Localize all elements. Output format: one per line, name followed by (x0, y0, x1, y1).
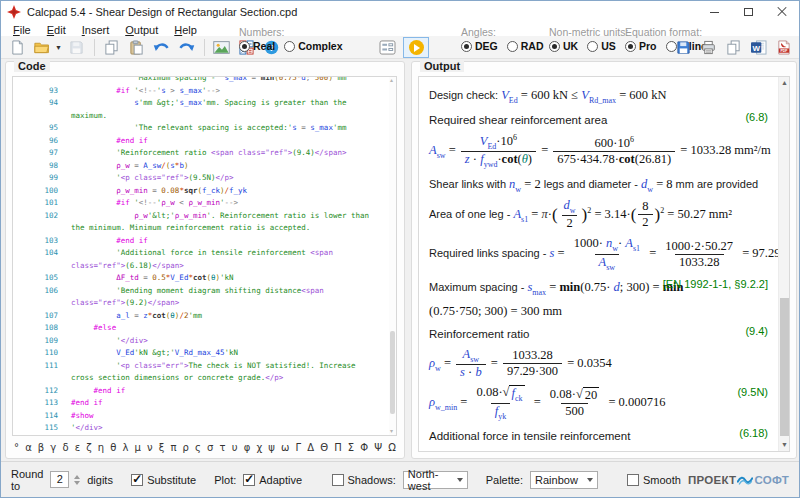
symbol-ω[interactable]: ω (281, 442, 289, 453)
radio-pro[interactable]: Pro (625, 40, 657, 52)
radio-rad[interactable]: RAD (507, 40, 544, 52)
save-output-icon[interactable] (673, 38, 693, 56)
undo-icon[interactable] (152, 38, 172, 56)
symbol-Θ[interactable]: Θ (320, 442, 328, 453)
symbol-ψ[interactable]: ψ (268, 442, 275, 453)
output-scrollbar-thumb[interactable] (780, 298, 789, 436)
line-number (13, 110, 71, 123)
symbol-γ[interactable]: γ (50, 442, 56, 453)
symbol-ς[interactable]: ς (195, 442, 201, 453)
step-up-icon[interactable] (74, 475, 80, 479)
input-form-icon[interactable] (377, 39, 397, 57)
code-scrollbar[interactable]: ▴ ▾ (389, 77, 396, 435)
symbol-ζ[interactable]: ζ (86, 442, 91, 453)
line-number: 105 (13, 272, 71, 285)
code-line: 113#end if (13, 397, 396, 410)
print-icon[interactable] (698, 38, 718, 56)
menu-output[interactable]: Output (117, 23, 166, 36)
line-number: 95 (13, 122, 71, 135)
line-number: 110 (13, 347, 71, 360)
symbol-υ[interactable]: υ (232, 442, 238, 453)
symbol-Φ[interactable]: Φ (360, 442, 368, 453)
copy-icon[interactable] (102, 38, 122, 56)
insert-image-icon[interactable] (212, 38, 232, 56)
export-word-icon[interactable]: W (748, 38, 768, 56)
code-line: 95 'The relevant spacing is accepted:'s … (13, 122, 396, 135)
line-number: 102 (13, 210, 71, 223)
symbol-Π[interactable]: Π (334, 442, 342, 453)
export-pdf-icon[interactable]: PDF (773, 38, 793, 56)
code-panel: Code 'Maximum spacing - 's_max = min(0.7… (5, 61, 405, 459)
radio-real[interactable]: Real (239, 40, 275, 52)
symbol-Ψ[interactable]: Ψ (374, 442, 382, 453)
symbol-Γ[interactable]: Γ (296, 442, 302, 453)
symbol-α[interactable]: α (25, 442, 32, 453)
radio-uk[interactable]: UK (549, 40, 578, 52)
smooth-checkbox-box[interactable] (627, 474, 639, 486)
minimize-button[interactable] (697, 1, 731, 23)
shadows-checkbox-box[interactable] (332, 474, 344, 486)
symbol-ρ[interactable]: ρ (183, 442, 189, 453)
paste-icon[interactable] (127, 38, 147, 56)
menu-insert[interactable]: Insert (74, 23, 118, 36)
redo-icon[interactable] (177, 38, 197, 56)
save-icon[interactable] (67, 38, 87, 56)
symbol-σ[interactable]: σ (207, 442, 213, 453)
symbol-ε[interactable]: ε (75, 442, 80, 453)
code-scroll-down-icon[interactable]: ▾ (390, 429, 395, 434)
symbol-λ[interactable]: λ (122, 442, 128, 453)
step-down-icon[interactable] (74, 481, 80, 485)
adaptive-checkbox-box[interactable] (243, 474, 255, 486)
symbol-ν[interactable]: ν (147, 442, 153, 453)
close-icon (777, 7, 787, 17)
palette-dropdown[interactable]: Rainbow (530, 471, 598, 489)
symbol-η[interactable]: η (98, 442, 104, 453)
symbol-Δ[interactable]: Δ (307, 442, 314, 453)
symbol-χ[interactable]: χ (256, 442, 262, 453)
angles-label: Angles: (461, 26, 544, 38)
maximize-button[interactable] (731, 1, 765, 23)
code-scroll-up-icon[interactable]: ▴ (390, 78, 395, 83)
symbol-δ[interactable]: δ (62, 442, 68, 453)
symbol-ξ[interactable]: ξ (159, 442, 165, 453)
substitute-checkbox[interactable]: Substitute (131, 474, 196, 486)
open-folder-icon[interactable] (32, 38, 52, 56)
adaptive-checkbox[interactable]: Adaptive (243, 474, 302, 486)
output-scrollbar[interactable]: ▲ ▼ (778, 77, 789, 451)
code-editor[interactable]: 'Maximum spacing - 's_max = min(0.75*d; … (12, 76, 397, 436)
output-scroll-down-icon[interactable]: ▼ (779, 440, 790, 450)
symbol-θ[interactable]: θ (110, 442, 116, 453)
symbol-°[interactable]: ° (14, 442, 19, 453)
code-line: 106 'Bending moment diagram shifting dis… (13, 285, 396, 298)
output-scroll-up-icon[interactable]: ▲ (779, 78, 790, 88)
symbol-μ[interactable]: μ (135, 442, 141, 453)
shadows-dropdown[interactable]: North-west (403, 471, 468, 489)
open-dropdown-icon[interactable]: ▼ (55, 44, 62, 51)
symbol-τ[interactable]: τ (220, 442, 226, 453)
symbol-Ω[interactable]: Ω (388, 442, 396, 453)
svg-text:W: W (752, 43, 760, 52)
code-lines: 'Maximum spacing - 's_max = min(0.75*d; … (13, 76, 396, 435)
smooth-checkbox[interactable]: Smooth (627, 474, 681, 486)
round-to-arrows[interactable] (74, 475, 80, 485)
new-file-icon[interactable] (7, 38, 27, 56)
menu-help[interactable]: Help (166, 23, 205, 36)
symbol-β[interactable]: β (38, 442, 44, 453)
round-to-stepper[interactable]: 2 (50, 471, 69, 488)
symbol-φ[interactable]: φ (244, 442, 251, 453)
close-button[interactable] (765, 1, 799, 23)
symbol-π[interactable]: π (170, 442, 176, 453)
menu-edit[interactable]: Edit (39, 23, 74, 36)
code-scrollbar-thumb[interactable] (390, 331, 395, 413)
radio-us[interactable]: US (587, 40, 616, 52)
menu-file[interactable]: File (5, 23, 39, 36)
copy-output-icon[interactable] (723, 38, 743, 56)
radio-deg[interactable]: DEG (461, 40, 498, 52)
shadows-checkbox[interactable]: Shadows: (332, 474, 396, 486)
substitute-checkbox-box[interactable] (131, 474, 143, 486)
symbol-Σ[interactable]: Σ (348, 442, 354, 453)
run-calculate-button[interactable] (403, 37, 429, 58)
radio-complex[interactable]: Complex (284, 40, 342, 52)
radio-unselected-icon (507, 41, 518, 52)
line-number: 114 (13, 410, 71, 423)
